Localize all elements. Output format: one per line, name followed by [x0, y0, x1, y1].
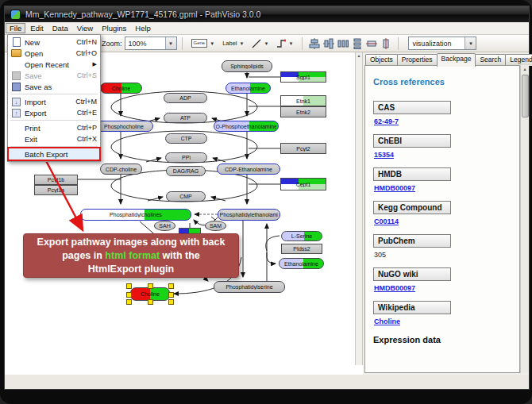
crossref-header: PubChem [373, 234, 451, 248]
scroll-up-icon[interactable]: ▲ [521, 65, 529, 73]
node-phosphocholine[interactable]: Phosphocholine [94, 121, 153, 132]
crossref-link[interactable]: HMDB00097 [374, 284, 519, 292]
selection-handle[interactable] [126, 299, 132, 305]
node-phosphatidylcholines[interactable]: Phosphatidylcholines [80, 209, 191, 221]
new-connector-button[interactable]: ▼ [273, 36, 296, 51]
screenshot-stage: Mm_Kennedy_pathway_WP1771_45176.gpml - P… [0, 0, 532, 404]
crossref-link[interactable]: C00114 [374, 217, 519, 225]
node-choline-selected[interactable]: Choline [130, 287, 170, 301]
selection-handle[interactable] [148, 299, 153, 305]
new-label-button[interactable]: Label ▼ [219, 36, 247, 51]
node-cdp-ethanolamine[interactable]: CDP-Ethanolamine [217, 164, 280, 175]
chevron-down-icon[interactable]: ▼ [240, 41, 245, 46]
file-menu-item-print[interactable]: PrintCtrl+P [9, 122, 99, 133]
node-pcyt1a[interactable]: Pcyt1a [34, 185, 78, 195]
node-pcyt2[interactable]: Pcyt2 [280, 143, 326, 154]
crossref-link[interactable]: 62-49-7 [374, 117, 519, 125]
tab-objects[interactable]: Objects [365, 54, 398, 66]
crossref-link[interactable]: HMDB00097 [374, 184, 519, 192]
node-o-phosphoethanolamine[interactable]: O-Phosphoethanolamine [214, 121, 279, 132]
scrollbar-thumb[interactable] [522, 75, 529, 117]
selection-handle[interactable] [168, 299, 174, 305]
file-menu-item-new[interactable]: NewCtrl+N [9, 37, 99, 48]
node-sphingolipids[interactable]: Sphingolipids [222, 60, 272, 72]
no-icon [11, 60, 21, 69]
scroll-up-icon[interactable]: ▲ [356, 52, 362, 59]
new-file-icon [13, 37, 21, 47]
zoom-label: Zoom: [102, 40, 122, 48]
node-ptdss2[interactable]: Ptdss2 [281, 244, 322, 254]
distribute-horizontal-icon[interactable] [337, 37, 349, 50]
menu-help[interactable]: Help [131, 23, 155, 33]
node-etnk1[interactable]: Etnk1 [280, 95, 326, 106]
node-ppi[interactable]: PPi [165, 152, 207, 163]
node-pcyt1b[interactable]: Pcyt1b [34, 175, 78, 185]
file-menu-item-batch-export[interactable]: Batch Export [9, 148, 99, 160]
file-menu-item-import[interactable]: ↓ImportCtrl+M [9, 96, 99, 107]
menu-item-shortcut: Ctrl+N [76, 38, 97, 46]
chevron-down-icon[interactable]: ▼ [465, 37, 476, 49]
tab-backpage[interactable]: Backpage [437, 53, 476, 67]
selection-handle[interactable] [126, 292, 132, 298]
selection-handle[interactable] [126, 283, 132, 289]
common-width-icon[interactable] [365, 37, 378, 50]
node-adp[interactable]: ADP [164, 93, 207, 103]
file-menu-item-export[interactable]: ↑ExportCtrl+E [9, 107, 99, 118]
node-label: Ethanolamine [231, 86, 265, 91]
node-etnk2[interactable]: Etnk2 [280, 106, 326, 117]
sidebar-scrollbar[interactable]: ▲ [520, 65, 529, 373]
node-dag-rag[interactable]: DAG/RAG [166, 166, 206, 176]
node-sam[interactable]: SAM [205, 221, 226, 231]
selection-handle[interactable] [168, 283, 174, 289]
node-label: PPi [182, 155, 191, 160]
menu-file[interactable]: File [6, 23, 25, 33]
node-phosphatidylethanolamine[interactable]: Phosphatidylethanolamine [218, 209, 280, 221]
selection-handle[interactable] [148, 283, 153, 289]
title-bar[interactable]: Mm_Kennedy_pathway_WP1771_45176.gpml - P… [5, 6, 529, 22]
zoom-combobox[interactable]: 100% ▼ [125, 37, 177, 50]
file-menu-item-open-recent[interactable]: Open Recent▶ [9, 59, 99, 70]
visualization-combobox[interactable]: visualization ▼ [408, 37, 476, 50]
file-menu-item-exit[interactable]: ExitCtrl+X [9, 133, 99, 144]
toolbar-separator [182, 37, 183, 50]
node-atp[interactable]: ATP [164, 113, 207, 123]
file-menu-item-open[interactable]: OpenCtrl+O [9, 48, 99, 59]
menu-item-label: Exit [25, 135, 74, 144]
tab-legend[interactable]: Legend [505, 54, 532, 66]
node-sgpl1[interactable]: Sgpl1 [280, 71, 326, 83]
canvas-vertical-scrollbar[interactable]: ▲ [355, 52, 363, 365]
node-cmp[interactable]: CMP [166, 191, 206, 202]
crossref-link[interactable]: 15354 [374, 151, 519, 159]
align-center-x-icon[interactable] [308, 37, 321, 50]
common-height-icon[interactable] [380, 37, 392, 50]
align-center-y-icon[interactable] [322, 37, 335, 50]
menu-data[interactable]: Data [48, 23, 72, 33]
node-cept1[interactable]: Cept1 [280, 178, 326, 190]
node-ctp[interactable]: CTP [165, 133, 207, 144]
chevron-down-icon[interactable]: ▼ [210, 41, 214, 46]
new-line-button[interactable]: ▼ [249, 36, 272, 51]
distribute-vertical-icon[interactable] [351, 37, 364, 50]
file-menu-item-save-as[interactable]: Save as [9, 81, 99, 92]
node-cdp-choline[interactable]: CDP-choline [100, 164, 142, 175]
new-file-icon [11, 38, 21, 47]
file-menu-item-save[interactable]: SaveCtrl+S [9, 70, 99, 81]
chevron-down-icon[interactable]: ▼ [165, 37, 176, 49]
menu-edit[interactable]: Edit [26, 23, 47, 33]
menu-view[interactable]: View [73, 23, 97, 33]
node-sah[interactable]: SAH [154, 221, 175, 231]
export-icon: ↑ [12, 109, 21, 117]
menu-plugins[interactable]: Plugins [98, 23, 130, 33]
node-l-serine[interactable]: L-Serine [281, 231, 322, 241]
node-phosphatidylserine[interactable]: Phosphatidylserine [214, 281, 285, 293]
node-ethanolamine-bottom[interactable]: Ethanolamine [279, 258, 324, 269]
selection-handle[interactable] [168, 292, 174, 298]
crossref-link[interactable]: Choline [374, 317, 519, 325]
chevron-down-icon[interactable]: ▼ [264, 41, 268, 46]
node-ethanolamine-top[interactable]: Ethanolamine [226, 83, 271, 94]
tab-search[interactable]: Search [475, 54, 506, 66]
node-choline-top[interactable]: Choline [100, 83, 142, 94]
chevron-down-icon[interactable]: ▼ [288, 41, 293, 46]
tab-properties[interactable]: Properties [397, 54, 438, 66]
new-gene-button[interactable]: Gene ▼ [188, 36, 218, 51]
